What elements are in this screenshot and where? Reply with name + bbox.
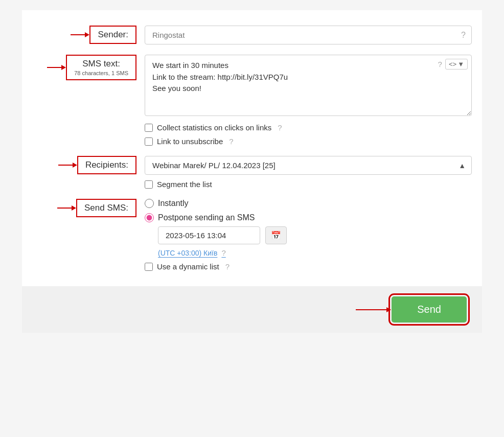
- timezone-label: (UTC +03:00) Київ: [158, 249, 217, 257]
- send-sms-label-group: Send SMS:: [32, 199, 145, 217]
- calendar-icon: 📅: [271, 231, 281, 240]
- sms-text-sub-label: 78 characters, 1 SMS: [74, 70, 128, 76]
- segment-checkbox[interactable]: [145, 180, 153, 189]
- recipients-arrow: [58, 163, 77, 168]
- sender-label: Sender:: [89, 26, 136, 44]
- send-sms-arrow: [57, 205, 76, 211]
- unsubscribe-row: Link to unsubscribe ?: [145, 137, 472, 146]
- instantly-radio[interactable]: [145, 199, 154, 208]
- instantly-radio-row: Instantly: [145, 199, 472, 208]
- collect-stats-row: Collect statistics on clicks on links ?: [145, 123, 472, 132]
- sender-help-icon[interactable]: ?: [461, 31, 466, 40]
- instantly-label: Instantly: [158, 199, 189, 208]
- sender-row: Sender: ?: [32, 26, 472, 44]
- dynamic-list-help-icon[interactable]: ?: [225, 262, 230, 271]
- send-sms-label: Send SMS:: [76, 199, 136, 217]
- postpone-radio-row: Postpone sending an SMS: [145, 213, 472, 222]
- send-button[interactable]: Send: [392, 296, 467, 323]
- dynamic-list-checkbox[interactable]: [145, 263, 153, 271]
- code-icon: <>: [449, 60, 456, 68]
- timezone-link[interactable]: (UTC +03:00) Київ ?: [158, 248, 472, 257]
- collect-stats-help-icon[interactable]: ?: [278, 123, 282, 132]
- postpone-label: Postpone sending an SMS: [158, 213, 255, 222]
- sms-text-wrapper: We start in 30 minutes Link to the strea…: [145, 55, 472, 118]
- sms-text-label-group: SMS text: 78 characters, 1 SMS: [32, 55, 145, 80]
- sms-text-label: SMS text:: [82, 59, 120, 69]
- send-button-arrow: [356, 307, 391, 312]
- recipients-row: Recipients: Webinar Marek/ PL/ 12.04.202…: [32, 156, 472, 189]
- recipients-label-group: Recipients:: [32, 156, 145, 174]
- recipients-field-cell: Webinar Marek/ PL/ 12.04.2023 [25] ▲ Seg…: [145, 156, 472, 189]
- postpone-radio[interactable]: [145, 213, 154, 222]
- recipients-select[interactable]: Webinar Marek/ PL/ 12.04.2023 [25]: [145, 156, 472, 175]
- sms-code-button[interactable]: <> ▼: [445, 59, 468, 70]
- calendar-button[interactable]: 📅: [265, 226, 287, 244]
- form-container: Sender: ? SMS text: 78 characters, 1 SMS…: [22, 10, 482, 333]
- dropdown-icon: ▼: [457, 60, 464, 68]
- recipients-label: Recipients:: [77, 156, 136, 174]
- collect-stats-checkbox[interactable]: [145, 124, 153, 132]
- collect-stats-label: Collect statistics on clicks on links: [157, 123, 271, 132]
- sms-text-arrow: [47, 65, 66, 70]
- dynamic-list-row: Use a dynamic list ?: [145, 262, 472, 271]
- sms-text-row: SMS text: 78 characters, 1 SMS We start …: [32, 55, 472, 146]
- unsubscribe-checkbox[interactable]: [145, 137, 153, 146]
- recipients-select-wrapper: Webinar Marek/ PL/ 12.04.2023 [25] ▲: [145, 156, 472, 175]
- segment-label: Segment the list: [157, 180, 212, 189]
- unsubscribe-label: Link to unsubscribe: [157, 137, 223, 146]
- sender-label-group: Sender:: [32, 26, 145, 44]
- send-sms-row: Send SMS: Instantly Postpone sending an …: [32, 199, 472, 271]
- datetime-row: 📅: [158, 226, 472, 244]
- dynamic-list-label: Use a dynamic list: [157, 262, 219, 271]
- sender-field-cell: ?: [145, 26, 472, 44]
- sms-text-help-icon[interactable]: ?: [438, 60, 442, 68]
- timezone-help-icon[interactable]: ?: [221, 248, 225, 257]
- sender-arrow: [71, 32, 89, 37]
- sms-text-input[interactable]: We start in 30 minutes Link to the strea…: [145, 55, 472, 116]
- sms-text-field-cell: We start in 30 minutes Link to the strea…: [145, 55, 472, 146]
- send-sms-radio-group: Instantly Postpone sending an SMS: [145, 199, 472, 222]
- datetime-input[interactable]: [158, 226, 260, 244]
- sender-input[interactable]: [145, 26, 472, 44]
- textarea-icons: ? <> ▼: [436, 59, 468, 70]
- send-sms-field-cell: Instantly Postpone sending an SMS 📅 (UTC…: [145, 199, 472, 271]
- sms-text-label-box: SMS text: 78 characters, 1 SMS: [66, 55, 136, 80]
- unsubscribe-help-icon[interactable]: ?: [229, 137, 233, 146]
- footer-bar: Send: [22, 286, 482, 333]
- segment-row: Segment the list: [145, 180, 472, 189]
- sender-input-wrapper: ?: [145, 26, 472, 44]
